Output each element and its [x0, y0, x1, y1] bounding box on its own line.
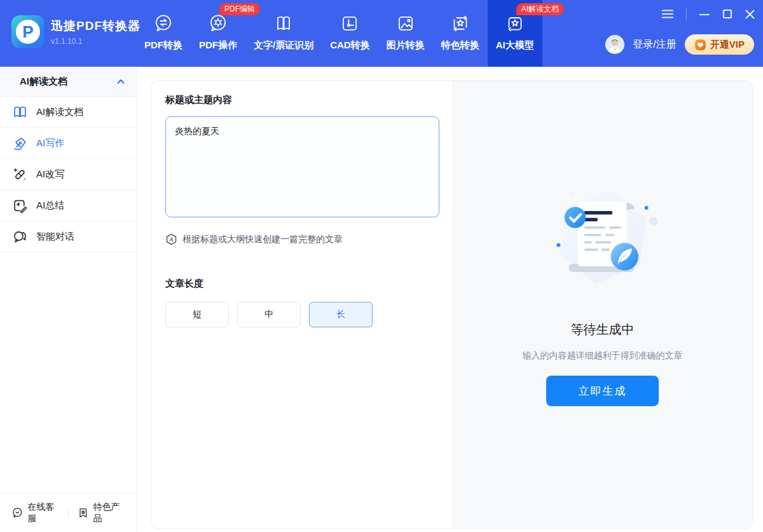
pdf-convert-icon: [152, 12, 175, 35]
preview-pane: 等待生成中 输入的内容越详细越利于得到准确的文章 立即生成: [452, 81, 753, 528]
window-controls: [661, 8, 755, 20]
divider: [686, 8, 687, 20]
svg-text:A: A: [168, 236, 173, 243]
online-service-label: 在线客服: [28, 501, 59, 524]
sidebar-item-label: AI写作: [36, 137, 64, 149]
page-body: AI解读文档 AI解读文档 AI写作: [0, 67, 763, 532]
sidebar-item-label: 智能对话: [36, 231, 74, 243]
pdf-operate-icon: [207, 12, 230, 35]
open-vip-button[interactable]: 开通VIP: [685, 34, 754, 55]
status-subtitle: 输入的内容越详细越利于得到准确的文章: [523, 350, 683, 362]
app-logo-icon: P: [11, 15, 45, 48]
status-title: 等待生成中: [571, 321, 635, 338]
account-area: 登录/注册 开通VIP: [605, 34, 754, 55]
close-icon[interactable]: [745, 9, 755, 20]
logo-letter: P: [16, 20, 40, 44]
chevron-up-icon: [116, 78, 125, 85]
nav-label: AI大模型: [496, 39, 534, 51]
nav-item-image-convert[interactable]: 图片转换: [378, 0, 433, 67]
sidebar-item-ai-rewrite[interactable]: AI改写: [0, 159, 136, 190]
nav-label: 图片转换: [387, 39, 425, 51]
app-title: 迅捷PDF转换器: [51, 18, 141, 34]
minimize-icon[interactable]: [699, 10, 710, 18]
book-icon: [13, 105, 27, 119]
pen-icon: [13, 136, 27, 151]
summary-icon: [13, 198, 27, 213]
nav-badge-pdf-edit: PDF编辑: [219, 3, 260, 15]
image-convert-icon: [394, 12, 417, 35]
sidebar: AI解读文档 AI解读文档 AI写作: [0, 67, 137, 532]
hint-row: A 根据标题或大纲快速创建一篇完整的文章: [165, 233, 439, 245]
sidebar-item-smart-chat[interactable]: 智能对话: [0, 221, 136, 252]
nav-label: CAD转换: [330, 39, 370, 51]
avatar[interactable]: [605, 35, 624, 54]
nav-item-special-convert[interactable]: 特色转换: [433, 0, 488, 67]
chat-icon: [13, 229, 27, 244]
sidebar-footer: 在线客服 特色产品: [0, 493, 136, 532]
length-option-short[interactable]: 短: [165, 302, 229, 327]
ocr-book-icon: [272, 12, 295, 35]
menu-icon[interactable]: [661, 9, 674, 19]
vip-heart-icon: [694, 39, 706, 51]
length-options: 短 中 长: [165, 302, 439, 327]
special-convert-icon: [449, 12, 472, 35]
nav-item-ai-model[interactable]: AI解读文档 AI大模型: [488, 0, 542, 67]
nav-item-cad-convert[interactable]: CAD转换: [322, 0, 378, 67]
sidebar-item-ai-writing[interactable]: AI写作: [0, 128, 136, 159]
sidebar-item-ai-summary[interactable]: AI总结: [0, 190, 136, 221]
content-card: 标题或主题内容 炎热的夏天 A 根据标题或大纲快速创建一篇完整的文章 文章长度 …: [151, 80, 753, 529]
customer-service-icon: [11, 506, 24, 519]
sidebar-item-label: AI改写: [36, 168, 64, 181]
app-window: P 迅捷PDF转换器 v1.1.10.1 PDF转换 PDF编辑: [0, 0, 763, 532]
sidebar-group-header[interactable]: AI解读文档: [0, 67, 136, 97]
app-version: v1.1.10.1: [51, 37, 141, 46]
nav-item-pdf-edit[interactable]: PDF编辑 PDF操作: [191, 0, 245, 67]
topic-input[interactable]: 炎热的夏天: [165, 116, 439, 217]
hint-text: 根据标题或大纲快速创建一篇完整的文章: [182, 234, 343, 245]
nav-item-pdf-convert[interactable]: PDF转换: [136, 0, 191, 67]
divider: [68, 508, 69, 518]
sidebar-item-ai-read-doc[interactable]: AI解读文档: [0, 97, 136, 128]
rewrite-icon: [13, 167, 27, 182]
editor-pane: 标题或主题内容 炎热的夏天 A 根据标题或大纲快速创建一篇完整的文章 文章长度 …: [152, 81, 452, 528]
ai-hexagon-icon: A: [165, 233, 177, 245]
length-label: 文章长度: [165, 278, 439, 290]
nav-label: PDF转换: [144, 39, 182, 51]
nav-label: PDF操作: [199, 39, 237, 51]
vip-label: 开通VIP: [710, 39, 745, 51]
nav-label: 文字/票证识别: [254, 39, 313, 51]
special-products-label: 特色产品: [93, 501, 125, 524]
app-logo: P 迅捷PDF转换器 v1.1.10.1: [11, 15, 141, 48]
nav-badge-ai-doc: AI解读文档: [516, 3, 564, 15]
cad-convert-icon: [338, 12, 361, 35]
topic-label: 标题或主题内容: [165, 94, 439, 106]
generate-button[interactable]: 立即生成: [546, 376, 659, 406]
nav-label: 特色转换: [441, 39, 479, 51]
length-option-long[interactable]: 长: [309, 302, 373, 327]
bookmark-star-icon: [78, 507, 89, 519]
document-illustration: [535, 188, 670, 294]
sidebar-item-label: AI总结: [36, 200, 64, 212]
sidebar-item-label: AI解读文档: [36, 106, 83, 118]
special-products-link[interactable]: 特色产品: [78, 501, 125, 524]
login-register-link[interactable]: 登录/注册: [633, 38, 676, 51]
online-service-link[interactable]: 在线客服: [11, 501, 59, 524]
sidebar-group-title: AI解读文档: [20, 76, 67, 88]
title-bar: P 迅捷PDF转换器 v1.1.10.1 PDF转换 PDF编辑: [0, 0, 763, 67]
main-nav: PDF转换 PDF编辑 PDF操作 文字/票证识别: [136, 0, 542, 67]
length-option-medium[interactable]: 中: [237, 302, 301, 327]
ai-model-icon: [504, 12, 526, 35]
maximize-icon[interactable]: [722, 9, 732, 19]
